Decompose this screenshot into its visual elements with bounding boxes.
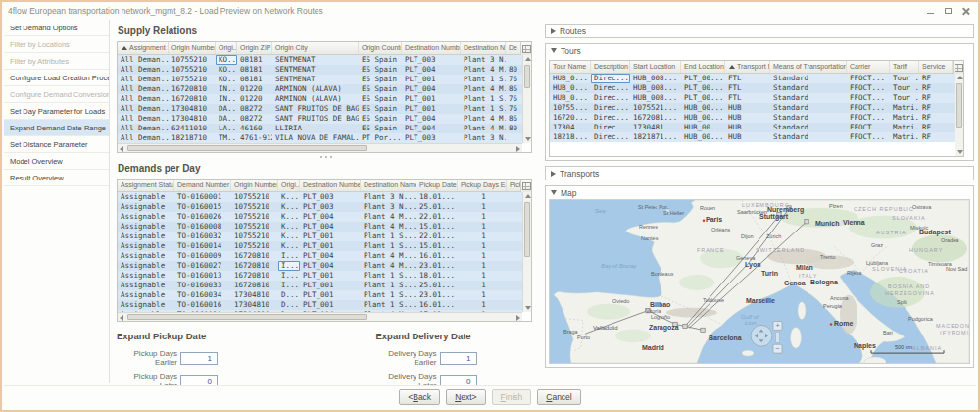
cell[interactable]: RF <box>919 83 953 93</box>
cell[interactable]: FFOCT... <box>847 123 890 132</box>
column-header[interactable]: Tour Name <box>550 61 591 73</box>
cell[interactable]: I... <box>278 251 300 261</box>
column-header[interactable]: Origin Number <box>169 42 216 54</box>
cell[interactable]: HUB_00... <box>681 113 725 123</box>
cell[interactable]: Matri... <box>890 103 919 113</box>
location-marker[interactable] <box>805 220 808 224</box>
cell[interactable]: K... <box>278 202 300 212</box>
horizontal-scrollbar[interactable] <box>118 312 522 321</box>
cell[interactable]: Plant 1 S... <box>461 94 506 104</box>
cell[interactable]: 25.01... <box>416 202 458 212</box>
close-icon[interactable] <box>961 7 970 15</box>
cell[interactable]: I... <box>278 261 300 271</box>
cell[interactable]: 86 <box>506 114 522 124</box>
cell[interactable]: SANT FRUITOS DE BAGES <box>272 114 359 124</box>
cell[interactable]: 10755210 <box>169 75 216 84</box>
cell[interactable]: K... <box>278 241 300 251</box>
cell[interactable]: 16720810 <box>231 271 278 281</box>
pickup-days-earlier-input[interactable] <box>180 352 218 365</box>
column-header[interactable]: Origin City <box>272 42 359 54</box>
cell[interactable]: Plant 3 N... <box>461 55 506 65</box>
cell[interactable]: K... <box>278 232 300 241</box>
vertical-scroll-thumb[interactable] <box>524 65 530 88</box>
horizontal-scroll-thumb[interactable] <box>127 314 367 320</box>
cell[interactable]: SANT FRUITOS DE BAGES <box>272 104 359 114</box>
cell[interactable]: 1 <box>458 232 507 241</box>
cell[interactable]: 16720810 <box>231 261 278 271</box>
column-header[interactable]: Pickup Date <box>416 180 458 191</box>
cell[interactable]: 16720... <box>550 113 591 123</box>
cell[interactable]: Plant 4 M... <box>361 222 416 232</box>
cell[interactable]: 16720810 <box>231 281 278 290</box>
column-header[interactable]: Destination Number <box>402 42 461 54</box>
cell[interactable]: HUB <box>725 123 770 132</box>
cell[interactable]: 01220 <box>237 94 272 104</box>
cell[interactable]: 08181 <box>237 55 272 65</box>
cell[interactable]: 1 <box>458 241 507 251</box>
vertical-scrollbar[interactable] <box>522 192 531 312</box>
cell[interactable]: PLT_001 <box>402 75 461 84</box>
cell[interactable]: 10755210 <box>169 65 216 75</box>
cell[interactable]: 1075521... <box>630 103 681 113</box>
cell[interactable] <box>507 300 522 310</box>
cell[interactable]: 23.01... <box>416 290 458 300</box>
cell[interactable]: ES Spain <box>359 65 402 75</box>
cell[interactable]: DA... <box>216 104 237 114</box>
cell[interactable] <box>507 281 522 290</box>
cell[interactable]: PLT_001 <box>300 232 361 241</box>
cell[interactable]: Assignable <box>118 261 174 271</box>
cell[interactable]: KO... <box>216 55 237 65</box>
cell[interactable]: 08272 <box>237 104 272 114</box>
cell[interactable]: All Deman... <box>118 124 169 133</box>
cell[interactable]: TO-0160027 <box>174 261 231 271</box>
scroll-down-icon[interactable] <box>523 303 532 312</box>
cell[interactable] <box>506 55 522 65</box>
minimize-icon[interactable] <box>926 7 935 15</box>
cell[interactable]: Plant 3 N... <box>461 133 506 143</box>
cell[interactable]: 1 <box>458 271 507 281</box>
cell[interactable]: PLT_00... <box>681 83 725 93</box>
cell[interactable]: ES Spain <box>359 94 402 104</box>
sidebar-step-set-day-parameter-for-loads[interactable]: Set Day Parameter for Loads <box>4 103 109 120</box>
cell[interactable]: FTL <box>725 93 770 103</box>
cell[interactable]: HUB_008... <box>630 83 681 93</box>
cell[interactable] <box>507 192 522 202</box>
europe-map[interactable]: SeaSt Peter Por..St HelierRouenLUXEMBOUR… <box>550 200 969 363</box>
cell[interactable]: ES Spain <box>359 124 402 133</box>
cell[interactable]: 1 <box>458 261 507 271</box>
cell[interactable]: Standard <box>770 83 847 93</box>
cell[interactable]: All Deman... <box>118 65 169 75</box>
cell[interactable]: Assignable <box>118 202 174 212</box>
cell[interactable]: HUB_00... <box>681 123 725 132</box>
cell[interactable]: Matri... <box>890 132 919 142</box>
cell[interactable]: PLT_001 <box>300 241 361 251</box>
cell[interactable]: FTL <box>725 74 770 83</box>
cell[interactable]: Plant 4 M... <box>461 65 506 75</box>
cell[interactable]: Matri... <box>890 113 919 123</box>
column-header[interactable]: Pickup Days Earlier <box>458 180 507 191</box>
cell[interactable]: Direc... <box>591 93 630 103</box>
cell[interactable]: 62411010 <box>169 124 216 133</box>
cell[interactable]: 22.01... <box>416 212 458 222</box>
cell[interactable]: PLT_004 <box>402 114 461 124</box>
cell[interactable]: 10755... <box>550 103 591 113</box>
cell[interactable]: 80 <box>506 124 522 133</box>
map-pan-control[interactable] <box>751 325 772 346</box>
sidebar-step-expand-demand-date-range[interactable]: Expand Demand Date Range <box>4 120 109 136</box>
cell[interactable]: Plant 4 M... <box>361 212 416 222</box>
cell[interactable]: RF <box>919 132 953 142</box>
cell[interactable]: ES Spain <box>359 114 402 124</box>
cell[interactable]: HUB <box>725 113 770 123</box>
cell[interactable]: 17304810 <box>231 300 278 310</box>
transports-panel-header[interactable]: Transports <box>546 167 973 180</box>
cell[interactable]: IN... <box>216 94 237 104</box>
column-header[interactable]: Destination Name <box>361 180 416 191</box>
column-header[interactable]: Assignment St... <box>118 42 169 54</box>
cell[interactable]: Direc... <box>591 74 630 83</box>
cell[interactable]: Plant 1 S... <box>461 75 506 84</box>
sidebar-step-result-overview[interactable]: Result Overview <box>4 170 109 186</box>
sidebar-step-set-distance-parameter[interactable]: Set Distance Parameter <box>4 136 109 153</box>
routes-panel-header[interactable]: Routes <box>546 25 973 37</box>
cell[interactable]: All Deman... <box>118 104 169 114</box>
cell[interactable]: ES Spain <box>359 104 402 114</box>
